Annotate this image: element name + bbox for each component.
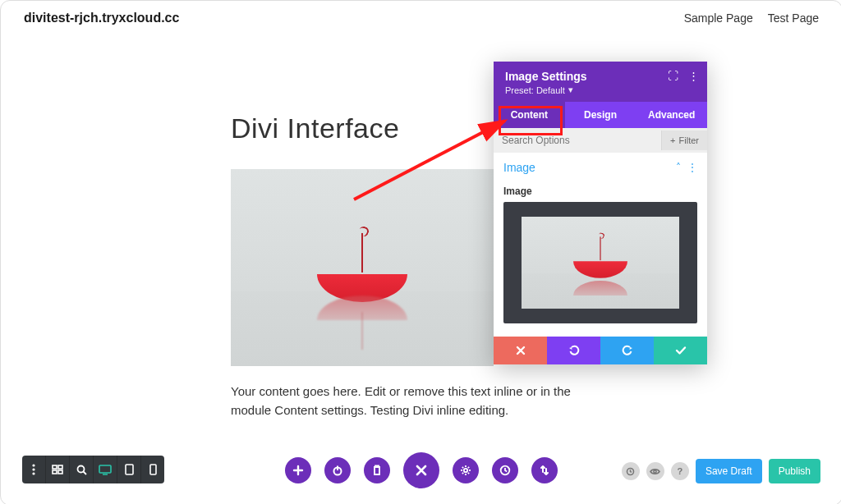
svg-point-16 <box>464 469 467 472</box>
section-title: Image <box>503 161 535 174</box>
top-nav: Sample Page Test Page <box>684 11 819 25</box>
builder-menu-icon[interactable] <box>22 456 45 483</box>
history-small-icon[interactable] <box>622 462 640 480</box>
portability-button[interactable] <box>531 457 558 483</box>
section-header-image[interactable]: Image ˄ ⋮ <box>494 153 707 182</box>
expand-icon[interactable]: ⛶ <box>668 70 678 82</box>
close-builder-button[interactable] <box>403 452 439 488</box>
search-input[interactable] <box>494 128 661 153</box>
redo-button[interactable] <box>600 337 654 364</box>
body-text[interactable]: Your content goes here. Edit or remove t… <box>231 383 592 419</box>
svg-point-3 <box>32 472 34 474</box>
panel-actions <box>494 337 707 364</box>
hero-image[interactable] <box>231 169 494 366</box>
search-row: + Filter <box>494 128 707 153</box>
undo-button[interactable] <box>547 337 600 364</box>
svg-line-9 <box>83 471 86 474</box>
history-button[interactable] <box>492 457 518 483</box>
preset-label: Preset: Default <box>505 85 565 95</box>
svg-point-1 <box>32 464 34 466</box>
phone-view-icon[interactable] <box>140 456 164 483</box>
site-address: divitest-rjch.tryxcloud.cc <box>24 11 179 25</box>
help-icon[interactable]: ? <box>671 462 689 480</box>
publish-button[interactable]: Publish <box>769 459 820 483</box>
svg-point-2 <box>32 468 34 470</box>
filter-button[interactable]: + Filter <box>661 131 707 150</box>
svg-point-8 <box>77 465 84 472</box>
tablet-view-icon[interactable] <box>117 456 140 483</box>
confirm-button[interactable] <box>654 337 707 364</box>
preset-selector[interactable]: Preset: Default ▾ <box>505 85 696 95</box>
add-button[interactable] <box>285 457 311 483</box>
svg-rect-12 <box>126 465 133 474</box>
zoom-view-icon[interactable] <box>69 456 93 483</box>
plus-icon: + <box>670 135 675 145</box>
eye-icon[interactable] <box>646 462 664 480</box>
image-upload-field[interactable] <box>503 202 697 323</box>
trash-button[interactable] <box>364 457 390 483</box>
svg-rect-10 <box>99 465 111 473</box>
caret-down-icon: ▾ <box>568 85 573 95</box>
panel-tabs: Content Design Advanced <box>494 102 707 128</box>
nav-test-page[interactable]: Test Page <box>768 11 819 25</box>
svg-rect-4 <box>53 465 57 469</box>
svg-rect-5 <box>58 465 62 469</box>
builder-right-actions: ? Save Draft Publish <box>622 459 820 483</box>
settings-button[interactable] <box>453 457 479 483</box>
image-settings-panel[interactable]: Image Settings Preset: Default ▾ ⛶ ⋮ Con… <box>494 62 707 364</box>
builder-view-switcher <box>22 456 164 483</box>
filter-label: Filter <box>679 135 699 145</box>
section-menu-icon[interactable]: ⋮ <box>687 162 697 173</box>
svg-rect-6 <box>53 470 57 474</box>
wireframe-view-icon[interactable] <box>45 456 69 483</box>
panel-menu-icon[interactable]: ⋮ <box>688 70 699 82</box>
svg-point-19 <box>654 470 656 472</box>
collapse-icon[interactable]: ˄ <box>676 162 681 173</box>
field-label-image: Image <box>503 186 697 197</box>
cancel-button[interactable] <box>494 337 547 364</box>
tab-content[interactable]: Content <box>494 102 565 128</box>
power-button[interactable] <box>324 457 351 483</box>
svg-rect-13 <box>150 465 156 474</box>
tab-advanced[interactable]: Advanced <box>636 102 707 128</box>
save-draft-button[interactable]: Save Draft <box>696 459 762 483</box>
svg-rect-7 <box>58 470 62 474</box>
tab-design[interactable]: Design <box>565 102 636 128</box>
builder-toolbar <box>285 452 558 488</box>
desktop-view-icon[interactable] <box>93 456 117 483</box>
nav-sample-page[interactable]: Sample Page <box>684 11 753 25</box>
panel-header[interactable]: Image Settings Preset: Default ▾ ⛶ ⋮ <box>494 62 707 102</box>
